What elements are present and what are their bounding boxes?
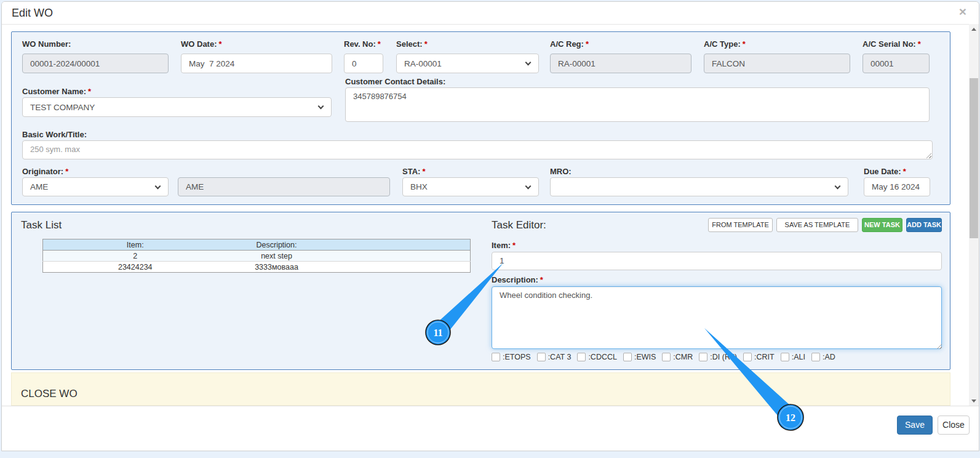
- mro-label: MRO:: [550, 167, 572, 176]
- flag-ewis[interactable]: :EWIS: [623, 353, 656, 361]
- flag-cat3[interactable]: :CAT 3: [537, 353, 572, 361]
- cdccl-checkbox[interactable]: [577, 353, 586, 361]
- aircraft-select[interactable]: RA-00001: [396, 54, 539, 73]
- task-item-input[interactable]: [492, 252, 942, 270]
- flag-ali[interactable]: :ALI: [781, 353, 805, 361]
- vertical-scrollbar[interactable]: [969, 24, 979, 406]
- rev-no-label: Rev. No:*: [344, 39, 381, 49]
- basic-work-label: Basic Work/Title:: [22, 130, 87, 139]
- task-item-cell[interactable]: 23424234: [43, 262, 228, 273]
- task-description-textarea[interactable]: Wheel condition checking.: [492, 286, 942, 349]
- modal-title: Edit WO: [12, 7, 53, 20]
- originator-readonly-input: [178, 177, 390, 196]
- chevron-down-icon: [525, 60, 532, 66]
- close-button[interactable]: Close: [938, 416, 970, 435]
- flag-di-rii[interactable]: :DI (RII): [699, 353, 737, 361]
- task-description-label: Description:*: [492, 275, 543, 284]
- task-editor-title: Task Editor:: [492, 219, 546, 231]
- scroll-down-button[interactable]: [969, 396, 979, 406]
- from-template-button[interactable]: FROM TEMPLATE: [708, 218, 773, 232]
- sta-label: STA:*: [402, 167, 425, 176]
- required-asterisk: *: [903, 167, 906, 176]
- due-date-label: Due Date:*: [864, 167, 906, 176]
- task-description-cell[interactable]: next step: [228, 251, 326, 262]
- required-asterisk: *: [918, 39, 921, 49]
- ac-serial-label: A/C Serial No:*: [862, 39, 921, 49]
- required-asterisk: *: [743, 39, 746, 49]
- ad-checkbox[interactable]: [811, 353, 820, 361]
- flag-ad[interactable]: :AD: [811, 353, 835, 361]
- flag-etops[interactable]: :ETOPS: [492, 353, 531, 361]
- table-row[interactable]: 23424234 3333мовааа: [43, 262, 471, 273]
- originator-select[interactable]: AME: [22, 177, 169, 196]
- ali-checkbox[interactable]: [781, 353, 789, 361]
- chevron-down-icon: [525, 183, 532, 189]
- flag-crit[interactable]: :CRIT: [743, 353, 775, 361]
- wo-form-panel: WO Number: WO Date:* Rev. No:* Select:* …: [11, 31, 950, 205]
- add-task-button[interactable]: ADD TASK: [906, 218, 942, 232]
- required-asterisk: *: [88, 87, 91, 96]
- required-asterisk: *: [219, 39, 222, 49]
- cat3-checkbox[interactable]: [537, 353, 546, 361]
- rev-no-input[interactable]: [344, 54, 383, 73]
- scroll-down-icon: [971, 400, 976, 403]
- task-description-cell[interactable]: 3333мовааа: [228, 262, 326, 273]
- required-asterisk: *: [424, 39, 428, 49]
- required-asterisk: *: [65, 167, 68, 176]
- task-item-cell[interactable]: 2: [43, 251, 228, 262]
- new-task-button[interactable]: NEW TASK: [862, 218, 902, 232]
- scrollbar-thumb[interactable]: [970, 78, 978, 238]
- required-asterisk: *: [586, 39, 589, 49]
- scroll-up-icon: [971, 28, 976, 31]
- column-header-item: Item:: [43, 239, 228, 251]
- flag-cmr[interactable]: :CMR: [662, 353, 693, 361]
- ac-type-label: A/C Type:*: [704, 39, 746, 49]
- column-header-empty: [326, 239, 471, 251]
- edit-wo-modal: Edit WO × WO Number: WO Date:* Rev. No:*…: [1, 1, 979, 451]
- due-date-input[interactable]: [864, 177, 930, 196]
- etops-checkbox[interactable]: [492, 353, 500, 361]
- crit-checkbox[interactable]: [743, 353, 752, 361]
- modal-header: Edit WO ×: [2, 2, 979, 25]
- task-list-header-row: Item: Description:: [43, 239, 471, 251]
- required-asterisk: *: [422, 167, 425, 176]
- di-rii-checkbox[interactable]: [699, 353, 707, 361]
- task-list-table: Item: Description: 2 next step 23424234 …: [42, 239, 471, 273]
- wo-number-label: WO Number:: [22, 39, 71, 49]
- ac-reg-input: [550, 54, 691, 73]
- customer-name-select[interactable]: TEST COMPANY: [22, 97, 332, 117]
- wo-number-input: [22, 54, 169, 73]
- flag-cdccl[interactable]: :CDCCL: [577, 353, 617, 361]
- close-icon[interactable]: ×: [959, 5, 966, 18]
- task-list-title: Task List: [21, 219, 62, 231]
- task-item-label: Item:*: [492, 241, 516, 250]
- cmr-checkbox[interactable]: [662, 353, 671, 361]
- required-asterisk: *: [540, 275, 543, 284]
- basic-work-textarea[interactable]: [22, 140, 933, 159]
- ewis-checkbox[interactable]: [623, 353, 632, 361]
- tasks-panel: Task List Item: Description: 2 next step…: [11, 212, 950, 370]
- task-flags-row: :ETOPS :CAT 3 :CDCCL :EWIS :CMR :DI (RII…: [492, 353, 835, 361]
- chevron-down-icon: [835, 183, 841, 189]
- scroll-up-button[interactable]: [969, 24, 979, 34]
- ac-type-input: [704, 54, 850, 73]
- sta-select[interactable]: BHX: [402, 177, 539, 196]
- ac-serial-input: [862, 54, 930, 73]
- required-asterisk: *: [512, 241, 516, 250]
- wo-date-label: WO Date:*: [181, 39, 222, 49]
- customer-contact-label: Customer Contact Details:: [345, 77, 445, 86]
- chevron-down-icon: [318, 103, 324, 110]
- close-wo-title: CLOSE WO: [21, 388, 78, 400]
- modal-footer: Save Close: [2, 406, 979, 451]
- save-as-template-button[interactable]: SAVE AS TEMPLATE: [776, 218, 858, 232]
- table-row[interactable]: 2 next step: [43, 251, 471, 262]
- save-button[interactable]: Save: [897, 416, 933, 435]
- wo-date-input[interactable]: [181, 54, 332, 73]
- ac-reg-label: A/C Reg:*: [550, 39, 589, 49]
- column-header-description: Description:: [228, 239, 326, 251]
- customer-contact-textarea[interactable]: 345789876754: [345, 87, 930, 122]
- close-wo-panel: CLOSE WO: [11, 372, 950, 406]
- customer-name-label: Customer Name:*: [22, 87, 91, 96]
- chevron-down-icon: [155, 183, 161, 189]
- mro-select[interactable]: [550, 177, 848, 196]
